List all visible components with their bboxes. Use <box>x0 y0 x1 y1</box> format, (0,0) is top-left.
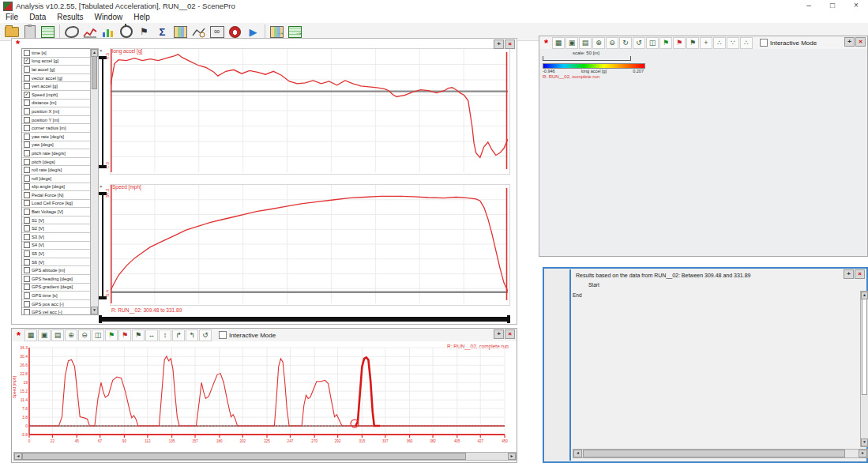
interactive-mode-checkbox[interactable] <box>760 39 768 47</box>
rotate-ccw-icon[interactable]: ↺ <box>633 37 645 49</box>
panel-move-icon[interactable]: + <box>494 40 504 49</box>
channel-label[interactable]: Pedal Force [N] <box>32 193 63 198</box>
menu-data[interactable]: Data <box>24 12 51 23</box>
channel-label[interactable]: GPS gradient [degs] <box>32 284 73 289</box>
line-graph-icon[interactable] <box>81 24 98 40</box>
channel-label[interactable]: S6 [V] <box>32 260 44 265</box>
channel-checkbox[interactable] <box>24 141 30 148</box>
channel-label[interactable]: roll rate [deg/s] <box>32 168 62 172</box>
zoom-y-icon[interactable]: ↕ <box>159 329 171 341</box>
scroll-right-icon[interactable]: ► <box>859 450 867 457</box>
bar-chart-icon[interactable] <box>100 24 116 40</box>
copy-icon[interactable]: ▣ <box>38 329 51 341</box>
channel-checkbox[interactable] <box>24 309 30 315</box>
channel-label[interactable]: long accel [g] <box>32 58 58 63</box>
channel-label[interactable]: time [s] <box>32 51 47 55</box>
scroll-down-icon[interactable]: ▼ <box>91 307 98 314</box>
snapshot-icon[interactable]: * <box>13 330 24 341</box>
channel-label[interactable]: distance [m] <box>32 100 56 105</box>
map-canvas[interactable] <box>539 49 867 256</box>
channel-label[interactable]: vector accel [g] <box>32 76 62 81</box>
channel-label[interactable]: Speed [mph] <box>32 92 58 97</box>
slider-close-icon[interactable]: × <box>100 48 103 53</box>
channel-list-scrollbar[interactable]: ▲ ▼ <box>90 48 99 315</box>
interactive-mode-toggle[interactable]: Interactive Mode <box>760 39 817 47</box>
channel-checkbox[interactable] <box>24 175 30 182</box>
cursor-2-icon[interactable]: ↰ <box>186 329 198 341</box>
route-1-icon[interactable]: ∴ <box>713 37 726 49</box>
channel-label[interactable]: S2 [V] <box>32 226 44 231</box>
channel-label[interactable]: position X [m] <box>32 109 59 114</box>
settings-icon[interactable]: ▦ <box>552 37 565 49</box>
track-icon[interactable] <box>63 24 80 40</box>
channel-checkbox[interactable] <box>24 50 30 56</box>
reset-icon[interactable]: ↺ <box>199 329 212 341</box>
channel-checkbox[interactable] <box>24 66 30 73</box>
channel-checkbox[interactable] <box>24 284 30 290</box>
menu-results[interactable]: Results <box>51 12 88 23</box>
menu-help[interactable]: Help <box>128 12 156 23</box>
channel-checkbox[interactable] <box>24 167 30 173</box>
time-graph-icon[interactable] <box>190 24 207 40</box>
channel-checkbox[interactable] <box>24 150 30 156</box>
channel-checkbox[interactable] <box>24 159 30 165</box>
sum-results-icon[interactable]: Σ <box>154 24 171 40</box>
map-area[interactable]: scale: 50 [m] -0.946 long accel [g] 0.20… <box>539 49 867 256</box>
channel-checkbox[interactable] <box>24 108 30 115</box>
accel-chart[interactable] <box>110 48 510 175</box>
panel-move-icon[interactable]: + <box>844 269 854 279</box>
speed-chart[interactable] <box>110 184 510 306</box>
channel-label[interactable]: GPS altitude [m] <box>32 268 65 273</box>
channel-checkbox[interactable] <box>24 183 30 190</box>
channel-label[interactable]: slip angle [degs] <box>32 184 65 189</box>
channel-checkbox[interactable] <box>24 301 30 307</box>
slider-close-icon[interactable]: × <box>100 184 103 189</box>
channel-label[interactable]: corner radius [m] <box>32 126 66 130</box>
channel-label[interactable]: lat accel [g] <box>32 67 54 72</box>
marker-start-icon[interactable]: ⚑ <box>105 329 118 341</box>
results-v-scrollbar[interactable]: ▲ ▼ <box>860 291 868 447</box>
channel-label[interactable]: GPS vel acc [-] <box>32 310 62 314</box>
panel-close-icon[interactable]: × <box>505 40 515 49</box>
zoom-out-icon[interactable]: ⊖ <box>606 37 618 49</box>
tabulated-results-icon[interactable]: 00 <box>209 24 225 40</box>
scroll-thumb[interactable] <box>862 299 867 395</box>
channel-checkbox[interactable] <box>24 250 30 257</box>
scroll-down-icon[interactable]: ▼ <box>861 439 868 446</box>
zoom-out-icon[interactable]: ⊖ <box>78 329 91 341</box>
export-grid-icon[interactable]: → <box>287 24 303 40</box>
channel-label[interactable]: pitch [degs] <box>32 160 55 164</box>
channel-label[interactable]: S3 [V] <box>32 235 44 239</box>
image-export-icon[interactable]: ▤ <box>579 37 592 49</box>
channel-label[interactable]: vert accel [g] <box>32 84 58 88</box>
channel-checkbox[interactable]: ✓ <box>24 92 30 98</box>
finish-flag-icon[interactable]: ⚑ <box>136 24 152 40</box>
channel-label[interactable]: yaw rate [deg/s] <box>32 134 64 139</box>
marker-end-icon[interactable]: ⚑ <box>673 37 686 49</box>
marker-start-icon[interactable]: ⚑ <box>659 37 672 49</box>
channel-label[interactable]: S5 [V] <box>32 251 44 256</box>
menu-file[interactable]: File <box>0 12 24 23</box>
scroll-thumb[interactable] <box>22 453 466 460</box>
export-table-icon[interactable]: → <box>269 24 285 40</box>
speed-y-slider[interactable]: × <box>99 189 107 303</box>
channel-label[interactable]: S4 [V] <box>32 243 44 247</box>
play-icon[interactable]: ▶ <box>245 24 261 40</box>
open-project-icon[interactable] <box>3 24 20 40</box>
zoom-in-icon[interactable]: ⊕ <box>592 37 605 49</box>
scroll-right-icon[interactable]: ► <box>508 453 516 460</box>
channel-checkbox[interactable]: ✓ <box>24 58 30 64</box>
channel-label[interactable]: Load Cell Force [kg] <box>32 201 73 205</box>
channel-checkbox[interactable] <box>24 234 30 240</box>
menu-window[interactable]: Window <box>89 12 129 23</box>
stopwatch-icon[interactable] <box>118 24 134 40</box>
marker-end-icon[interactable]: ⚑ <box>118 329 131 341</box>
channel-checkbox[interactable] <box>24 267 30 273</box>
panel-move-icon[interactable]: + <box>844 37 855 47</box>
channel-label[interactable]: roll [degs] <box>32 176 51 181</box>
layers-icon[interactable]: ▤ <box>51 329 64 341</box>
accel-y-slider[interactable]: × <box>99 53 107 171</box>
scroll-thumb[interactable] <box>583 450 845 457</box>
scroll-left-icon[interactable]: ◄ <box>14 453 22 460</box>
channel-checkbox[interactable] <box>24 75 30 81</box>
